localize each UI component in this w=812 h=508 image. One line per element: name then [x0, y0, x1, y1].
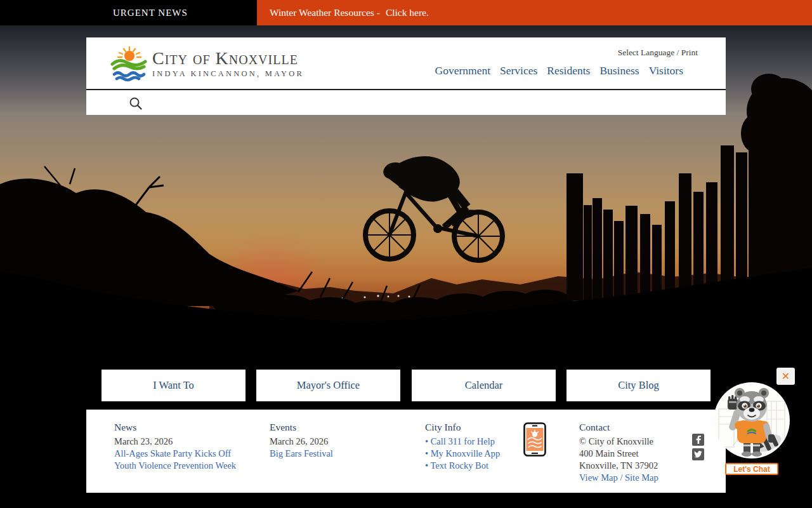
- site-header: City of Knoxville Indya Kincannon, Mayor…: [86, 37, 726, 115]
- site-footer: News March 23, 2026 All-Ages Skate Party…: [86, 410, 726, 493]
- address-line-2: Knoxville, TN 37902: [579, 460, 693, 472]
- footer-city-info-column: City Info Call 311 for Help My Knoxville…: [425, 421, 527, 472]
- event-date: March 26, 2026: [270, 436, 396, 448]
- copyright-line: © City of Knoxville: [579, 436, 693, 448]
- select-language-link[interactable]: Select Language: [618, 48, 675, 57]
- mayors-office-button[interactable]: Mayor's Office: [256, 370, 400, 401]
- urgent-news-label-area: URGENT NEWS: [0, 0, 257, 25]
- nav-business[interactable]: Business: [599, 64, 639, 77]
- utility-separator: /: [674, 48, 681, 57]
- text-rocky-bot-link[interactable]: Text Rocky Bot: [425, 460, 527, 472]
- news-heading: News: [114, 421, 241, 433]
- event-link[interactable]: Big Ears Festival: [270, 448, 396, 460]
- alert-message: Winter Weather Resources -: [270, 7, 380, 18]
- twitter-icon[interactable]: [692, 448, 704, 460]
- facebook-icon[interactable]: [692, 434, 704, 446]
- utility-links: Select Language / Print: [618, 48, 698, 58]
- footer-events-column: Events March 26, 2026 Big Ears Festival: [270, 421, 396, 460]
- chat-close-button[interactable]: ✕: [776, 368, 795, 385]
- search-bar[interactable]: [86, 89, 726, 115]
- page: URGENT NEWS Winter Weather Resources - C…: [0, 0, 812, 508]
- my-knoxville-app-link[interactable]: My Knoxville App: [425, 448, 527, 460]
- site-map-link[interactable]: Site Map: [625, 472, 658, 483]
- map-links: View Map / Site Map: [579, 472, 693, 484]
- contact-heading: Contact: [579, 421, 693, 433]
- i-want-to-button[interactable]: I Want To: [102, 370, 246, 401]
- city-blog-button[interactable]: City Blog: [566, 370, 710, 401]
- urgent-news-label: URGENT NEWS: [113, 8, 188, 18]
- footer-news-column: News March 23, 2026 All-Ages Skate Party…: [114, 421, 241, 472]
- news-date: March 23, 2026: [114, 436, 241, 448]
- news-article-link[interactable]: All-Ages Skate Party Kicks Off Youth Vio…: [114, 448, 241, 472]
- chatbot-raccoon-avatar[interactable]: [714, 382, 790, 458]
- nav-visitors[interactable]: Visitors: [649, 64, 683, 77]
- print-link[interactable]: Print: [681, 48, 698, 57]
- nav-government[interactable]: Government: [435, 64, 490, 77]
- mobile-app-phone-icon[interactable]: [523, 422, 546, 457]
- alert-click-here-link[interactable]: Click here.: [386, 7, 429, 18]
- mountain-biker-silhouette: [365, 156, 502, 260]
- city-logo[interactable]: City of Knoxville Indya Kincannon, Mayor: [110, 46, 304, 82]
- city-info-heading: City Info: [425, 421, 527, 433]
- calendar-button[interactable]: Calendar: [412, 370, 556, 401]
- alert-bar: URGENT NEWS Winter Weather Resources - C…: [0, 0, 812, 25]
- logo-text: City of Knoxville Indya Kincannon, Mayor: [152, 50, 304, 79]
- view-map-link[interactable]: View Map: [579, 472, 618, 483]
- logo-title: City of Knoxville: [152, 50, 304, 67]
- call-311-link[interactable]: Call 311 for Help: [425, 436, 527, 448]
- lets-chat-button[interactable]: Let's Chat: [725, 463, 778, 475]
- search-icon[interactable]: [129, 97, 143, 110]
- nav-services[interactable]: Services: [500, 64, 537, 77]
- events-heading: Events: [270, 421, 396, 433]
- raccoon-mascot-icon: [714, 382, 790, 458]
- social-icons: [692, 434, 704, 460]
- address-line-1: 400 Main Street: [579, 448, 693, 460]
- nav-residents[interactable]: Residents: [547, 64, 590, 77]
- logo-subtitle: Indya Kincannon, Mayor: [152, 69, 304, 79]
- footer-contact-column: Contact © City of Knoxville 400 Main Str…: [579, 421, 693, 484]
- main-navigation: Government Services Residents Business V…: [435, 64, 683, 77]
- map-links-separator: /: [618, 472, 625, 483]
- alert-message-area: Winter Weather Resources - Click here.: [257, 0, 812, 25]
- knoxville-logo-icon: [110, 46, 147, 82]
